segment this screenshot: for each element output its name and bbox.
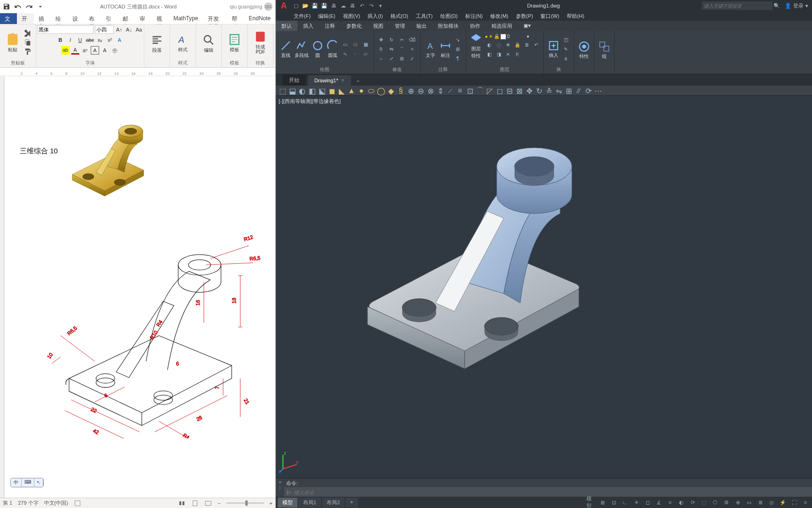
menu-view[interactable]: 视图(V): [339, 11, 364, 21]
accessibility-icon[interactable]: [74, 500, 81, 507]
pyramid-icon[interactable]: ◆: [386, 86, 396, 95]
table-icon[interactable]: ⊞: [453, 45, 462, 54]
text-button[interactable]: A文字: [423, 39, 437, 60]
3drotate-icon[interactable]: ↻: [534, 86, 544, 95]
3dalign-icon[interactable]: ≛: [544, 86, 554, 95]
web-layout-icon[interactable]: [204, 500, 212, 507]
array-icon[interactable]: ⊞: [398, 55, 406, 63]
qat-more-icon[interactable]: ▾: [376, 1, 385, 10]
trim-icon[interactable]: ✂: [398, 36, 406, 44]
spline-icon[interactable]: ∿: [341, 50, 349, 58]
ime-lang[interactable]: 中: [11, 478, 22, 487]
tab-endnote[interactable]: EndNote: [244, 13, 275, 24]
stretch-icon[interactable]: ↔: [377, 55, 385, 63]
rtab-addins[interactable]: 附加模块: [432, 21, 464, 31]
mtext-icon[interactable]: ¶: [453, 55, 462, 63]
wedge-icon[interactable]: ◣: [337, 86, 346, 95]
3dmirror-icon[interactable]: ⇋: [554, 86, 563, 95]
menu-tools[interactable]: 工具(T): [412, 11, 437, 21]
box-icon[interactable]: ◼: [327, 86, 336, 95]
zoom-slider[interactable]: [226, 502, 264, 504]
superscript-button[interactable]: x²: [106, 36, 114, 44]
offset-icon[interactable]: ⫽: [408, 55, 416, 63]
convert-icon[interactable]: ⟳: [584, 86, 593, 95]
menu-insert[interactable]: 插入(I): [364, 11, 386, 21]
print-icon[interactable]: 🖶: [348, 1, 357, 10]
explode-icon[interactable]: ✧: [408, 45, 416, 54]
save-icon[interactable]: 💾: [311, 1, 319, 10]
circle-button[interactable]: 圆: [311, 39, 325, 60]
snap-icon[interactable]: ⊡: [609, 498, 618, 507]
rtab-manage[interactable]: 管理: [389, 21, 411, 31]
change-case-icon[interactable]: Aa: [135, 25, 143, 34]
layout-tab-model[interactable]: 模型: [278, 498, 297, 508]
more-tools-icon[interactable]: ⋯: [593, 86, 603, 95]
mirror-icon[interactable]: ⇋: [387, 45, 396, 54]
word-ruler[interactable]: 24 68 1012 1416 1820 2224 2628 30: [0, 68, 275, 76]
tab-review[interactable]: 审阅: [135, 13, 152, 24]
tab-developer[interactable]: 开发工具: [203, 13, 227, 24]
save-icon[interactable]: [3, 3, 10, 10]
intersect-icon[interactable]: ⊗: [426, 86, 435, 95]
copy-icon[interactable]: [23, 38, 32, 47]
loft-icon[interactable]: ◧: [307, 86, 317, 95]
menu-format[interactable]: 格式(O): [387, 11, 412, 21]
workspace-icon[interactable]: ⚙: [722, 498, 731, 507]
section-icon[interactable]: ⊟: [505, 86, 514, 95]
cut-icon[interactable]: [23, 29, 32, 37]
cylinder-icon[interactable]: ⬭: [367, 86, 376, 95]
grow-font-icon[interactable]: A↑: [115, 25, 124, 34]
layer-freeze-icon[interactable]: ❄: [504, 40, 512, 49]
rtab-insert[interactable]: 插入: [297, 21, 319, 31]
layer-props-button[interactable]: 图层特性: [469, 32, 483, 60]
saveas-icon[interactable]: 💾: [320, 1, 328, 10]
ime-toolbar[interactable]: 中 ⌨ •,: [10, 478, 44, 487]
thicken-icon[interactable]: ≡: [455, 86, 465, 95]
font-size-select[interactable]: [95, 25, 114, 34]
bulb-icon[interactable]: ●: [485, 34, 488, 40]
sweep-icon[interactable]: ⬕: [317, 86, 327, 95]
layer-name[interactable]: 0: [507, 34, 526, 40]
fillet-edge-icon[interactable]: ⌒: [475, 86, 484, 95]
format-painter-icon[interactable]: [23, 48, 32, 56]
shell-icon[interactable]: ◻: [495, 86, 504, 95]
point-icon[interactable]: ·: [351, 50, 359, 58]
zoom-in-button[interactable]: +: [270, 500, 273, 506]
transparency-icon[interactable]: ◐: [677, 498, 686, 507]
filetab-add-button[interactable]: +: [353, 76, 363, 86]
new-icon[interactable]: ▢: [292, 1, 300, 10]
search-icon[interactable]: 🔍: [773, 1, 781, 10]
cycling-icon[interactable]: ⟳: [688, 498, 697, 507]
menu-window[interactable]: 窗口(W): [537, 11, 563, 21]
filetab-start[interactable]: 开始: [282, 75, 306, 86]
tab-help[interactable]: 帮助: [227, 13, 244, 24]
units-icon[interactable]: ▭: [744, 498, 754, 507]
model-space-icon[interactable]: 模型: [586, 498, 596, 507]
layer-walk-icon[interactable]: ◧: [485, 50, 493, 58]
tab-mailings[interactable]: 邮件: [118, 13, 135, 24]
pdf-button[interactable]: 转成PDF: [251, 30, 269, 55]
arc-button[interactable]: 圆弧: [326, 39, 340, 60]
highlight-icon[interactable]: ab: [61, 46, 70, 55]
acad-search-input[interactable]: [702, 1, 773, 10]
rtab-parametric[interactable]: 参数化: [341, 21, 367, 31]
tab-layout[interactable]: 布局: [84, 13, 101, 24]
rtab-default[interactable]: 默认: [276, 21, 297, 31]
polysolid-icon[interactable]: ⬚: [278, 86, 287, 95]
italic-button[interactable]: I: [66, 36, 75, 44]
rtab-featured[interactable]: 精选应用: [486, 21, 518, 31]
ime-keyboard-icon[interactable]: ⌨: [22, 478, 34, 487]
acad-viewport[interactable]: [-][西南等轴测][带边缘着色]: [276, 96, 812, 478]
dynucs-icon[interactable]: ⎔: [710, 498, 720, 507]
char-shading-icon[interactable]: A: [101, 46, 109, 55]
move-icon[interactable]: ✥: [377, 36, 385, 44]
tab-home[interactable]: 开始: [17, 13, 34, 24]
layer-off-icon[interactable]: ◌: [494, 40, 503, 49]
dimension-button[interactable]: 标注: [438, 39, 453, 60]
menu-file[interactable]: 文件(F): [290, 11, 314, 21]
slice-icon[interactable]: ⟋: [445, 86, 455, 95]
filetab-drawing1[interactable]: Drawing1* ×: [308, 75, 351, 86]
phonetic-icon[interactable]: aⁿ: [81, 46, 89, 55]
block-edit-icon[interactable]: ✎: [562, 45, 570, 54]
sun-icon[interactable]: ☀: [489, 34, 493, 40]
